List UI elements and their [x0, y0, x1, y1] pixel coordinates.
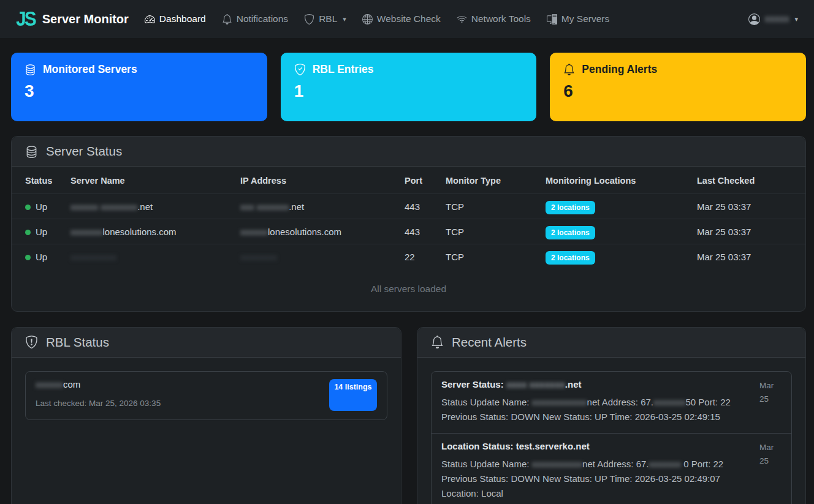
port: 443	[400, 219, 441, 244]
brand-title: Server Monitor	[42, 12, 129, 26]
bottom-row: RBL Status xxxxxxcom Last checked: Mar 2…	[11, 327, 806, 504]
alert-date: Mar 25	[759, 441, 782, 501]
alert-item[interactable]: Server Status: xxxx xxxxxxx.net Status U…	[432, 372, 791, 433]
col-monitoring-locations: Monitoring Locations	[541, 167, 692, 194]
bell-icon	[563, 64, 575, 75]
shield-exclamation-icon	[25, 336, 38, 348]
stats-row: Monitored Servers 3 RBL Entries 1 Pendin…	[11, 53, 806, 121]
nav-label-notifications: Notifications	[237, 13, 288, 24]
ip-address: xxxxxxxx	[235, 244, 400, 269]
stat-title: Pending Alerts	[563, 63, 793, 76]
shield-check-icon	[294, 64, 306, 75]
locations-badge[interactable]: 2 locations	[546, 251, 595, 265]
col-monitor-type: Monitor Type	[441, 167, 541, 194]
stat-card-rbl-entries[interactable]: RBL Entries 1	[281, 53, 537, 121]
servers-loaded-message: All servers loaded	[12, 269, 805, 311]
stat-card-monitored-servers[interactable]: Monitored Servers 3	[11, 53, 267, 121]
rbl-last-checked: Last checked: Mar 25, 2026 03:35	[36, 399, 161, 408]
status-up-dot	[25, 255, 31, 260]
status-text: Up	[36, 227, 47, 237]
card-title: Server Status	[46, 144, 122, 159]
stat-card-pending-alerts[interactable]: Pending Alerts 6	[550, 53, 806, 121]
app-logo: JS	[16, 9, 35, 29]
alerts-list: Server Status: xxxx xxxxxxx.net Status U…	[431, 371, 792, 504]
nav-item-website-check[interactable]: Website Check	[362, 13, 441, 24]
rbl-entry[interactable]: xxxxxxcom Last checked: Mar 25, 2026 03:…	[25, 371, 387, 420]
wifi-icon	[457, 14, 467, 24]
nav-item-rbl[interactable]: RBL ▾	[304, 13, 346, 24]
nav-label-dashboard: Dashboard	[159, 13, 206, 24]
status-up-dot	[25, 205, 31, 210]
stat-value: 1	[294, 81, 523, 101]
stat-title: RBL Entries	[294, 63, 523, 76]
card-title: Recent Alerts	[452, 335, 527, 350]
rbl-status-card: RBL Status xxxxxxcom Last checked: Mar 2…	[11, 327, 401, 504]
nav-item-dashboard[interactable]: Dashboard	[145, 13, 206, 24]
card-title: RBL Status	[46, 335, 109, 350]
chevron-down-icon: ▾	[794, 15, 798, 23]
nav-label-website-check: Website Check	[377, 13, 441, 24]
locations-badge[interactable]: 2 locations	[546, 226, 595, 239]
alert-title: Location Status: test.serverko.net	[441, 441, 753, 451]
rbl-status-header: RBL Status	[12, 328, 401, 358]
stat-label: RBL Entries	[313, 63, 374, 76]
last-checked: Mar 25 03:37	[692, 219, 805, 244]
main-content: Monitored Servers 3 RBL Entries 1 Pendin…	[0, 38, 814, 504]
col-port: Port	[400, 167, 441, 194]
alert-detail-line: Status Update Name: xxxxxxxxxxxnet Addre…	[441, 457, 753, 472]
globe-icon	[362, 14, 373, 24]
status-text: Up	[36, 252, 47, 262]
nav-item-network-tools[interactable]: Network Tools	[457, 13, 531, 24]
port: 22	[400, 244, 441, 269]
table-header-row: Status Server Name IP Address Port Monit…	[12, 167, 805, 194]
server-name: xxxxxxxxxx	[66, 244, 235, 269]
status-up-dot	[25, 230, 31, 235]
alert-title: Server Status: xxxx xxxxxxx.net	[441, 379, 753, 389]
col-ip-address: IP Address	[235, 167, 400, 194]
stat-value: 3	[25, 81, 254, 101]
last-checked: Mar 25 03:37	[692, 244, 805, 269]
stat-title: Monitored Servers	[25, 63, 254, 76]
bell-icon	[431, 336, 444, 348]
database-icon	[25, 64, 36, 75]
listings-badge[interactable]: 14 listings	[329, 379, 377, 411]
ip-address: xxx xxxxxxx.net	[235, 194, 400, 219]
table-row[interactable]: Up xxxxxxxlonesolutions.com xxxxxxloneso…	[12, 219, 805, 244]
nav-item-my-servers[interactable]: My Servers	[547, 13, 609, 24]
stat-label: Monitored Servers	[43, 63, 137, 76]
nav-label-my-servers: My Servers	[561, 13, 609, 24]
bell-icon	[222, 14, 232, 24]
alert-detail-line: Status Update Name: xxxxxxxxxxxxnet Addr…	[441, 395, 753, 410]
nav-items: Dashboard Notifications RBL ▾ Website Ch…	[145, 13, 609, 24]
recent-alerts-card: Recent Alerts Server Status: xxxx xxxxxx…	[417, 327, 806, 504]
server-status-table: Status Server Name IP Address Port Monit…	[12, 167, 805, 269]
rbl-domain: xxxxxxcom	[36, 379, 161, 389]
brand[interactable]: JS Server Monitor	[16, 10, 129, 28]
port: 443	[400, 194, 441, 219]
monitor-type: TCP	[441, 194, 541, 219]
ip-address: xxxxxxlonesolutions.com	[235, 219, 400, 244]
alert-status-line: Previous Status: DOWN New Status: UP Tim…	[441, 410, 753, 424]
recent-alerts-header: Recent Alerts	[417, 328, 805, 358]
server-status-card: Server Status Status Server Name IP Addr…	[11, 136, 806, 312]
table-row[interactable]: Up xxxxxx xxxxxxxx.net xxx xxxxxxx.net 4…	[12, 194, 805, 219]
user-menu[interactable]: xxxxx ▾	[748, 13, 798, 25]
database-icon	[25, 145, 38, 158]
locations-badge[interactable]: 2 locations	[546, 201, 595, 214]
nav-item-notifications[interactable]: Notifications	[222, 13, 288, 24]
stat-value: 6	[563, 81, 793, 101]
monitor-type: TCP	[441, 244, 541, 269]
server-name: xxxxxxxlonesolutions.com	[66, 219, 235, 244]
alert-status-line: Previous Status: DOWN New Status: UP Tim…	[441, 472, 753, 501]
last-checked: Mar 25 03:37	[692, 194, 805, 219]
chevron-down-icon: ▾	[343, 15, 346, 23]
navbar: JS Server Monitor Dashboard Notification…	[0, 0, 814, 38]
person-circle-icon	[748, 13, 760, 25]
speedometer-icon	[145, 14, 155, 24]
col-status: Status	[12, 167, 66, 194]
shield-icon	[304, 14, 314, 24]
server-status-header: Server Status	[12, 137, 805, 167]
table-row[interactable]: Up xxxxxxxxxx xxxxxxxx 22 TCP 2 location…	[12, 244, 805, 269]
alert-item[interactable]: Location Status: test.serverko.net Statu…	[432, 433, 791, 504]
col-last-checked: Last Checked	[692, 167, 805, 194]
